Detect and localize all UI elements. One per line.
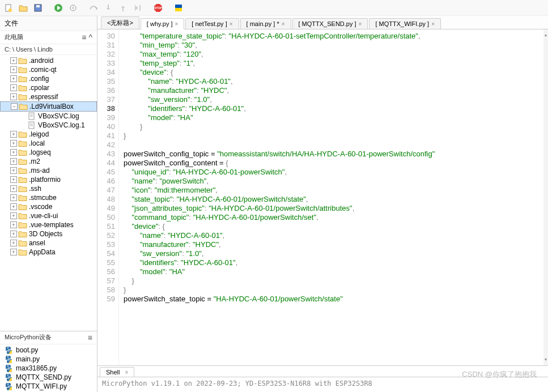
code-line[interactable]: "device": { — [124, 222, 539, 231]
close-icon[interactable]: × — [359, 21, 362, 27]
flag-button[interactable] — [172, 2, 185, 14]
this-pc-header[interactable]: 此电脑 ≡ ^ — [0, 31, 97, 44]
folder-item[interactable]: +ansel — [0, 238, 97, 248]
expand-icon[interactable]: + — [10, 249, 17, 255]
editor-tab[interactable]: [ MQTTX_WIFI.py ]× — [369, 18, 441, 29]
expand-icon[interactable]: + — [10, 240, 17, 246]
file-item[interactable]: +VBoxSVC.log — [0, 112, 97, 121]
code-line[interactable]: "name": "HYDC-A-60-01", — [124, 77, 539, 86]
editor-tab[interactable]: [ why.py ]× — [141, 18, 185, 29]
code-line[interactable]: "min_temp": "30", — [124, 41, 539, 50]
device-file-item[interactable]: main.py — [2, 355, 95, 364]
close-icon[interactable]: × — [230, 21, 233, 27]
code-line[interactable]: "icon": "mdi:thermometer", — [124, 186, 539, 195]
device-file-item[interactable]: boot.py — [2, 346, 95, 355]
micropython-header[interactable]: MicroPython设备 ≡ — [0, 331, 97, 344]
expand-icon[interactable]: + — [10, 140, 17, 147]
expand-icon[interactable]: + — [10, 93, 17, 100]
code-view[interactable]: 3031323334353637383940414243444546474849… — [97, 29, 548, 365]
folder-item[interactable]: −.Ld9VirtualBox — [0, 101, 97, 112]
expand-icon[interactable]: + — [10, 57, 17, 64]
location-path[interactable]: C: \ Users \ Lindb — [0, 44, 97, 55]
device-file-item[interactable]: max31865.py — [2, 364, 95, 373]
expand-icon[interactable]: + — [10, 75, 17, 82]
expand-icon[interactable]: + — [10, 167, 17, 174]
expand-icon[interactable]: + — [10, 221, 17, 228]
folder-item[interactable]: +AppData — [0, 248, 97, 257]
folder-item[interactable]: +.android — [0, 56, 97, 65]
expand-icon[interactable]: + — [10, 212, 17, 219]
run-button[interactable] — [52, 2, 65, 14]
code-line[interactable]: powerSwitch_config_content = { — [124, 159, 539, 168]
folder-item[interactable]: +.ssh — [0, 184, 97, 193]
file-tree[interactable]: +.android+.comic-qt+.config+.cpolar+.esp… — [0, 55, 97, 331]
code-line[interactable] — [124, 140, 539, 150]
stop-button[interactable]: STOP — [152, 2, 164, 14]
vertical-scrollbar[interactable]: ▴▾ — [543, 29, 548, 365]
code-line[interactable]: } — [124, 286, 539, 295]
panel-menu-icon[interactable]: ≡ — [88, 333, 92, 342]
close-icon[interactable]: × — [431, 21, 435, 27]
step-over-button[interactable] — [87, 2, 100, 14]
code-line[interactable]: "device": { — [124, 68, 539, 77]
step-out-button[interactable] — [117, 2, 129, 14]
folder-item[interactable]: +.vscode — [0, 202, 97, 211]
expand-icon[interactable]: + — [10, 131, 17, 138]
device-file-item[interactable]: MQTTX_SEND.py — [2, 373, 95, 382]
folder-item[interactable]: +.comic-qt — [0, 65, 97, 74]
code-line[interactable]: "model": "HA" — [124, 267, 539, 276]
close-icon[interactable]: × — [175, 21, 179, 27]
code-body[interactable]: "temperature_state_topic": "HA-HYDC-A-60… — [119, 29, 543, 365]
folder-item[interactable]: +.local — [0, 139, 97, 148]
folder-item[interactable]: +.logseq — [0, 148, 97, 157]
code-line[interactable]: "name": "powerSwitch", — [124, 177, 539, 186]
editor-tab[interactable]: [ main.py ] *× — [240, 18, 291, 29]
panel-menu-icon[interactable]: ≡ ^ — [82, 33, 92, 42]
step-into-button[interactable] — [102, 2, 114, 14]
expand-icon[interactable]: + — [10, 194, 17, 201]
editor-tab[interactable]: <无标题> — [101, 16, 139, 29]
folder-item[interactable]: +.leigod — [0, 130, 97, 139]
editor-tab[interactable]: [ netTest.py ]× — [185, 18, 239, 29]
new-file-button[interactable] — [2, 2, 15, 14]
expand-icon[interactable]: + — [10, 176, 17, 183]
debug-button[interactable] — [67, 2, 79, 14]
expand-icon[interactable]: + — [10, 66, 17, 73]
expand-icon[interactable]: + — [10, 158, 17, 165]
expand-icon[interactable]: + — [10, 203, 17, 210]
code-line[interactable]: } — [124, 276, 539, 286]
code-line[interactable]: "sw_version": "1.0", — [124, 249, 539, 258]
files-panel-header[interactable]: 文件 — [0, 16, 97, 31]
folder-item[interactable]: +.config — [0, 74, 97, 83]
code-line[interactable]: "manufacturer": "HYDC", — [124, 86, 539, 95]
code-line[interactable]: "max_temp": "120", — [124, 50, 539, 59]
code-line[interactable]: powerSwitch_state_topic = "HA-HYDC-A-60-… — [124, 295, 539, 304]
folder-item[interactable]: +3D Objects — [0, 229, 97, 238]
expand-icon[interactable]: + — [10, 231, 17, 237]
code-line[interactable]: } — [124, 131, 539, 140]
code-line[interactable]: "temp_step": "1", — [124, 59, 539, 68]
code-line[interactable]: "unique_id": "HA-HYDC-A-60-01-powerSwitc… — [124, 168, 539, 177]
code-line[interactable]: "sw_version": "1.0", — [124, 95, 539, 104]
close-icon[interactable]: × — [125, 369, 129, 376]
code-line[interactable]: "manufacturer": "HYDC", — [124, 240, 539, 249]
open-file-button[interactable] — [17, 2, 29, 14]
expand-icon[interactable]: + — [10, 185, 17, 192]
file-item[interactable]: +VBoxSVC.log.1 — [0, 121, 97, 130]
code-line[interactable]: "json_attributes_topic": "HA-HYDC-A-60-0… — [124, 204, 539, 213]
folder-item[interactable]: +.platformio — [0, 175, 97, 184]
editor-tab[interactable]: [ MQTTX_SEND.py ]× — [292, 18, 368, 29]
code-line[interactable]: } — [124, 122, 539, 131]
code-line[interactable]: "model": "HA" — [124, 113, 539, 122]
folder-item[interactable]: +.espressif — [0, 92, 97, 101]
folder-item[interactable]: +.cpolar — [0, 83, 97, 92]
code-line[interactable]: "identifiers": "HYDC-A-60-01", — [124, 104, 539, 113]
folder-item[interactable]: +.ms-ad — [0, 166, 97, 175]
code-line[interactable]: powerSwitch_config_topic = "homeassistan… — [124, 150, 539, 159]
shell-tab[interactable]: Shell × — [100, 367, 134, 377]
code-line[interactable]: "name": "HYDC-A-60-01", — [124, 231, 539, 240]
code-line[interactable]: "state_topic": "HA-HYDC-A-60-01/powerSwi… — [124, 195, 539, 204]
folder-item[interactable]: +.vue-templates — [0, 220, 97, 229]
code-line[interactable]: "command_topic": "HA-HYDC-A-60-01/powerS… — [124, 213, 539, 222]
device-file-item[interactable]: MQTTX_WIFI.py — [2, 382, 95, 391]
